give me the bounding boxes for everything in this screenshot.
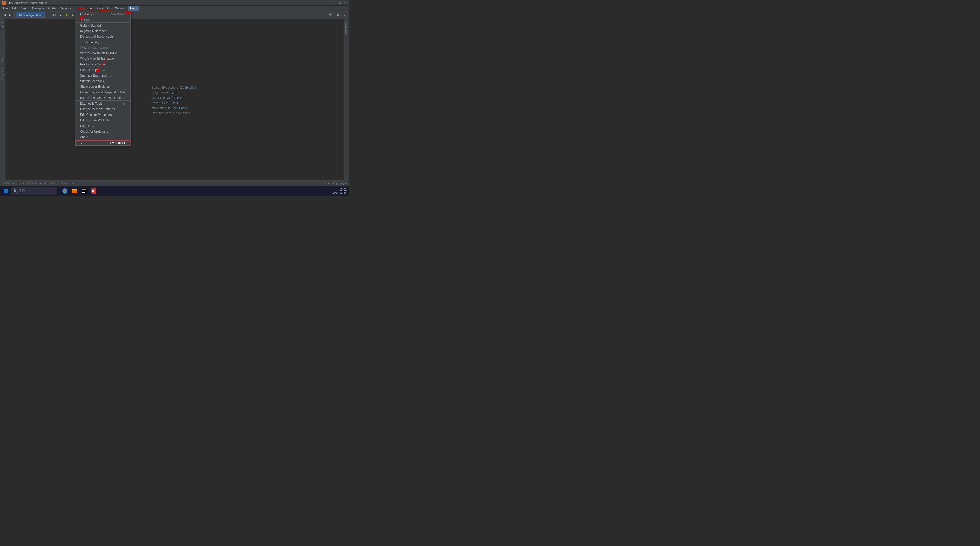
shortcut-go-to-file: Go to File Ctrl+Shift+N [151,96,183,100]
svg-rect-2 [4,191,6,193]
svg-text:P: P [92,189,94,193]
menu-item-run[interactable]: Run [84,6,94,11]
help-dropdown-menu: Find Action... Ctrl+Shift+A ? Help Getti… [75,11,130,146]
taskbar-app-pm[interactable]: P [89,186,99,195]
taskbar-search[interactable]: 🔍 搜索 [11,187,57,195]
app-icon [2,1,6,5]
shortcut-project-view: Project View Alt+1 [151,91,178,95]
status-event-log[interactable]: Event Log [325,182,338,185]
left-panel-tab-project[interactable]: Project [0,19,5,33]
help-change-memory[interactable]: Change Memory Settings [75,106,130,112]
left-panel-tab-commit[interactable]: Commit [0,33,5,48]
status-problems[interactable]: ⚠ Problems [27,181,42,185]
help-submit-bug[interactable]: Submit a Bug Report... [75,73,130,78]
menu-item-file[interactable]: File [1,6,10,11]
title-bar-controls: ─ □ ✕ [334,1,347,5]
show-log-explorer-label: Show Log in Explorer [80,85,109,89]
toolbar-avatar-button[interactable]: ● [342,12,347,18]
help-diagnostic-tools[interactable]: Diagnostic Tools ▶ [75,101,130,106]
shortcut-navigation-bar: Navigation Bar Alt+Home [151,106,187,110]
status-login[interactable]: Login [340,182,347,185]
menu-item-view[interactable]: View [19,6,30,11]
toolbar-debug-button[interactable]: 🐛 [64,12,70,18]
navigation-bar-label: Navigation Bar [151,106,172,110]
taskbar-app-file-explorer[interactable] [70,186,79,195]
help-collect-logs[interactable]: Collect Logs and Diagnostic Data [75,89,130,95]
help-productivity-guide[interactable]: Productivity Guide [75,62,130,67]
taskbar-app-intellij[interactable] [80,186,89,195]
menu-item-navigate[interactable]: Navigate [30,6,46,11]
help-contact-support[interactable]: Contact Support... [75,67,130,73]
search-icon: 🔍 [13,189,17,193]
toolbar-forward-button[interactable]: ▶ [8,12,13,18]
title-bar-title: PM-Application - Administrator [9,1,47,4]
menu-item-code[interactable]: Code [46,6,58,11]
menu-item-window[interactable]: Window [113,6,128,11]
help-whats-new-intellij[interactable]: What's New in IntelliJ IDEA [75,50,130,56]
help-edit-custom-props[interactable]: Edit Custom Properties... [75,112,130,117]
help-submit-feedback[interactable]: Submit Feedback... [75,78,130,84]
project-view-label: Project View [151,91,169,95]
maximize-button[interactable]: □ [339,1,342,5]
help-help[interactable]: ? Help [75,17,130,23]
status-git[interactable]: ⎇ Git [2,181,10,185]
help-label: ? Help [80,18,89,22]
edit-custom-vm-label: Edit Custom VM Options... [80,119,116,122]
toolbar-git-button[interactable]: Git ▾ [49,12,58,18]
help-edit-custom-vm[interactable]: Edit Custom VM Options... [75,117,130,123]
status-profiler[interactable]: ◐ Profiler [45,181,57,185]
help-find-action[interactable]: Find Action... Ctrl+Shift+A [75,11,130,17]
clock-time: 13:52 [332,188,347,191]
help-about[interactable]: About [75,134,130,140]
status-terminal[interactable]: ▥ Terminal [60,181,75,185]
left-panel-tab-structure[interactable]: Structure [0,48,5,65]
recent-files-shortcut: Ctrl+E [171,101,180,105]
help-register[interactable]: Register... [75,123,130,129]
todo-label: TODO [16,182,24,185]
left-panel-tab-favorites[interactable]: Favorites [0,65,5,82]
go-to-file-shortcut: Ctrl+Shift+N [167,96,183,100]
menu-item-git[interactable]: Git [105,6,113,11]
toolbar-search-button[interactable]: 🔍 [328,12,334,18]
register-label: Register... [80,124,94,128]
whats-new-intellij-label: What's New in IntelliJ IDEA [80,51,117,55]
help-check-updates[interactable]: Check for Updates... [75,129,130,134]
taskbar-app-browser[interactable] [60,186,69,195]
help-eval-reset[interactable]: ↺ Eval Reset [75,140,130,146]
help-whats-new-translation[interactable]: What's New in Translation [75,56,130,62]
problems-label: Problems [30,182,42,185]
drop-files-label: Drop files here to open them [151,111,190,115]
help-show-log-explorer[interactable]: Show Log in Explorer [75,84,130,89]
minimize-button[interactable]: ─ [334,1,337,5]
toolbar-run-button[interactable]: ▶ [58,12,63,18]
submit-bug-label: Submit a Bug Report... [80,74,111,77]
right-sidebar-notifications[interactable]: Notifications [344,19,348,37]
close-button[interactable]: ✕ [343,1,347,5]
help-tip-of-day[interactable]: Tip of the Day [75,40,130,45]
menu-item-refactor[interactable]: Refactor [58,6,73,11]
recent-files-label: Recent Files [151,101,169,105]
menu-item-help[interactable]: Help [128,6,138,11]
status-todo[interactable]: ✓ TODO [13,181,24,185]
clock-date: 2024/11/14 [332,191,347,194]
help-keymap-reference[interactable]: Keymap Reference [75,28,130,34]
main-layout: Project Commit Structure Favorites Searc… [0,19,348,180]
start-button[interactable] [2,187,10,195]
learn-ide-label: Learn IDE Features [84,46,109,49]
menu-item-tools[interactable]: Tools [94,6,105,11]
toolbar-back-button[interactable]: ◀ [2,12,7,18]
demos-screencasts-label: Demos and Screencasts [80,35,114,38]
diagnostic-tools-arrow: ▶ [123,102,125,105]
navigation-bar-shortcut: Alt+Home [174,106,187,110]
help-delete-leftover[interactable]: Delete Leftover IDE Directories... [75,95,130,101]
learn-ide-section-header: Learn IDE Features [75,45,130,50]
problems-icon: ⚠ [27,181,30,185]
add-configuration-button[interactable]: Add Configuration... [16,12,45,18]
menu-item-build[interactable]: Build [73,6,84,11]
help-demos-screencasts[interactable]: Demos and Screencasts [75,34,130,40]
delete-leftover-label: Delete Leftover IDE Directories... [80,96,125,100]
menu-item-edit[interactable]: Edit [10,6,19,11]
help-getting-started[interactable]: Getting Started [75,23,130,28]
toolbar-settings-button[interactable]: ⚙ [335,12,341,18]
shortcut-recent-files: Recent Files Ctrl+E [151,101,179,105]
